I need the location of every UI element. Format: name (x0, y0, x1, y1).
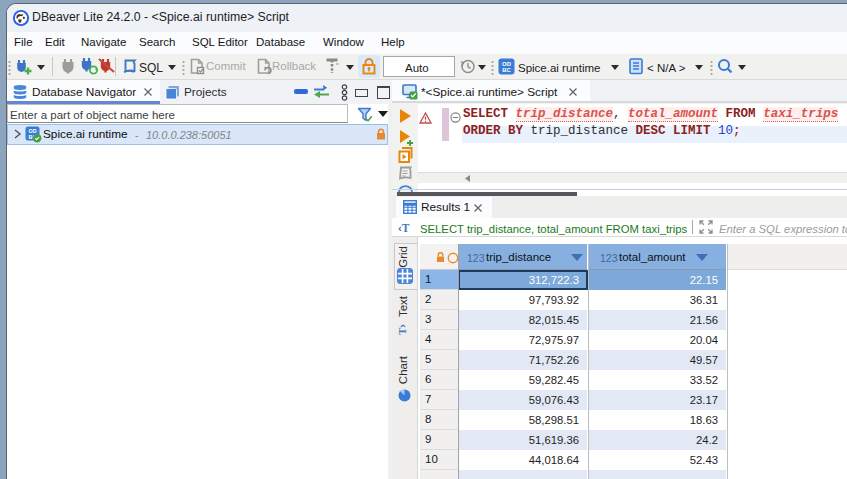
svg-text:OD: OD (502, 61, 512, 67)
svg-text:BC: BC (502, 67, 511, 73)
